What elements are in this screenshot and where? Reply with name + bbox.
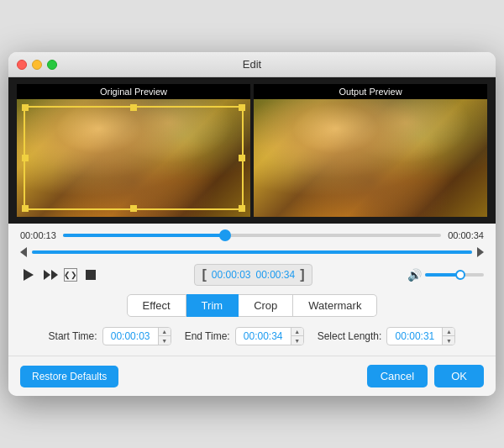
bracket-start-time: 00:00:03 xyxy=(212,269,251,281)
length-group: Select Length: 00:00:31 ▲ ▼ xyxy=(318,327,456,345)
ff-icon-2 xyxy=(51,270,58,280)
edit-window: Edit Original Preview Ou xyxy=(8,52,496,396)
right-buttons: Cancel OK xyxy=(367,365,484,387)
tab-crop[interactable]: Crop xyxy=(239,294,293,317)
play-icon xyxy=(24,269,34,281)
left-bracket[interactable]: [ xyxy=(202,267,206,282)
bottom-bar: Restore Defaults Cancel OK xyxy=(8,356,496,396)
trim-track[interactable] xyxy=(32,250,472,254)
tab-trim[interactable]: Trim xyxy=(186,294,239,317)
ff-icon-1 xyxy=(44,270,50,280)
end-time-input[interactable]: 00:00:34 ▲ ▼ xyxy=(235,327,304,345)
end-time-group: End Time: 00:00:34 ▲ ▼ xyxy=(185,327,304,345)
output-preview-label: Output Preview xyxy=(254,84,487,99)
length-input[interactable]: 00:00:31 ▲ ▼ xyxy=(386,327,455,345)
restore-defaults-button[interactable]: Restore Defaults xyxy=(20,366,118,387)
timeline-start-label: 00:00:13 xyxy=(20,230,56,240)
start-time-spinner[interactable]: ▲ ▼ xyxy=(158,328,171,345)
tab-effect[interactable]: Effect xyxy=(127,294,186,317)
length-down[interactable]: ▼ xyxy=(443,336,454,345)
timeline-row: 00:00:13 00:00:34 xyxy=(20,230,484,240)
bracket-end-time: 00:00:34 xyxy=(256,269,296,281)
trim-right-arrow[interactable] xyxy=(477,247,484,257)
volume-slider[interactable] xyxy=(425,273,484,277)
preview-area: Original Preview Output Preview xyxy=(8,77,496,224)
volume-thumb[interactable] xyxy=(455,270,465,280)
title-bar: Edit xyxy=(8,52,496,77)
close-button[interactable] xyxy=(17,60,27,70)
length-up[interactable]: ▲ xyxy=(443,328,454,336)
cancel-button[interactable]: Cancel xyxy=(367,365,428,387)
output-preview-box: Output Preview xyxy=(254,84,487,217)
traffic-lights xyxy=(17,60,57,70)
minimize-button[interactable] xyxy=(32,60,42,70)
scrubber-track[interactable] xyxy=(63,234,441,237)
stop-icon xyxy=(86,270,96,280)
stop-button[interactable] xyxy=(82,266,99,283)
frame-step-button[interactable]: ❮❯ xyxy=(64,268,77,282)
trim-fill xyxy=(32,250,472,254)
end-time-up[interactable]: ▲ xyxy=(291,328,303,336)
scrubber-thumb[interactable] xyxy=(219,229,231,241)
start-time-down[interactable]: ▼ xyxy=(159,336,171,345)
end-time-down[interactable]: ▼ xyxy=(291,336,303,345)
maximize-button[interactable] xyxy=(47,60,57,70)
end-time-spinner[interactable]: ▲ ▼ xyxy=(291,328,303,345)
output-preview-image xyxy=(254,99,487,217)
original-preview-box: Original Preview xyxy=(17,84,250,217)
original-preview-image xyxy=(17,99,250,217)
play-button[interactable] xyxy=(20,266,37,283)
start-time-label: Start Time: xyxy=(49,330,97,342)
controls-area: 00:00:13 00:00:34 xyxy=(8,224,496,356)
start-time-group: Start Time: 00:00:03 ▲ ▼ xyxy=(49,327,171,345)
ok-button[interactable]: OK xyxy=(434,365,484,387)
playback-row: ❮❯ [ 00:00:03 00:00:34 ] 🔊 xyxy=(20,259,484,291)
timeline-end-label: 00:00:34 xyxy=(448,230,484,240)
original-preview-label: Original Preview xyxy=(17,84,250,99)
scrubber-fill xyxy=(63,234,226,237)
tab-watermark[interactable]: Watermark xyxy=(293,294,377,317)
volume-icon: 🔊 xyxy=(407,268,422,282)
bracket-group: [ 00:00:03 00:00:34 ] xyxy=(194,264,312,286)
length-spinner[interactable]: ▲ ▼ xyxy=(442,328,454,345)
length-label: Select Length: xyxy=(318,330,382,342)
window-title: Edit xyxy=(243,58,261,71)
tabs-row: Effect Trim Crop Watermark xyxy=(20,291,484,324)
right-bracket[interactable]: ] xyxy=(300,267,304,282)
end-time-value: 00:00:34 xyxy=(236,328,291,345)
start-time-input[interactable]: 00:00:03 ▲ ▼ xyxy=(102,327,171,345)
end-time-label: End Time: xyxy=(185,330,230,342)
length-value: 00:00:31 xyxy=(387,328,442,345)
start-time-up[interactable]: ▲ xyxy=(159,328,171,336)
frame-step-icon: ❮❯ xyxy=(64,271,77,279)
trim-left-arrow[interactable] xyxy=(20,247,27,257)
trim-fields-row: Start Time: 00:00:03 ▲ ▼ End Time: 00:00… xyxy=(20,324,484,352)
volume-group: 🔊 xyxy=(407,268,484,282)
fast-forward-button[interactable] xyxy=(42,266,59,283)
start-time-value: 00:00:03 xyxy=(103,328,158,345)
trim-range-row xyxy=(20,244,484,259)
